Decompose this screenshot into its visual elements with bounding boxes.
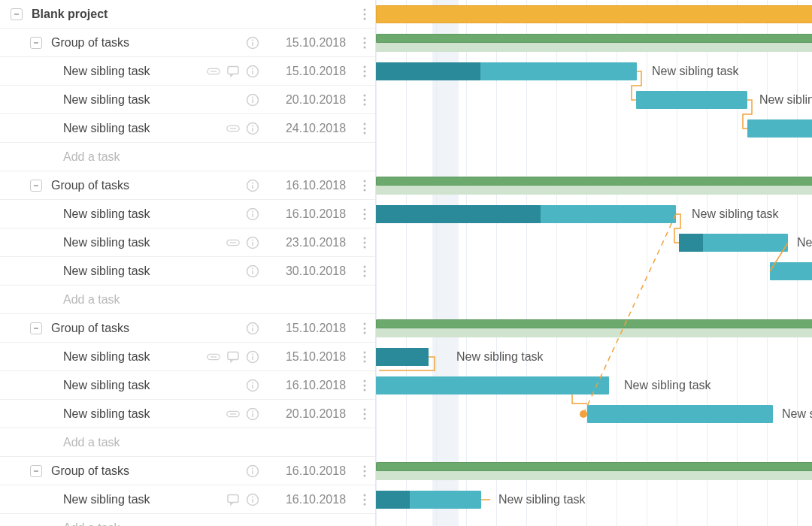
svg-point-1 bbox=[364, 8, 366, 11]
info-icon[interactable] bbox=[246, 379, 259, 392]
comment-icon[interactable] bbox=[226, 350, 240, 364]
task-name[interactable]: New sibling task bbox=[63, 207, 246, 221]
info-icon[interactable] bbox=[246, 464, 259, 478]
info-icon[interactable] bbox=[246, 236, 259, 249]
gantt-task-label: New sibling task bbox=[782, 407, 812, 421]
gantt-task-bar[interactable] bbox=[679, 234, 788, 252]
task-date: 20.10.2018 bbox=[274, 407, 357, 421]
task-name[interactable]: New sibling task bbox=[63, 379, 246, 392]
attachment-icon[interactable] bbox=[207, 65, 220, 78]
svg-point-82 bbox=[364, 388, 366, 391]
gantt-task-bar[interactable] bbox=[747, 119, 812, 138]
svg-point-19 bbox=[364, 74, 366, 77]
svg-point-25 bbox=[364, 103, 366, 105]
project-name[interactable]: Blank project bbox=[32, 8, 259, 21]
add-task-placeholder[interactable]: Add a task bbox=[63, 150, 259, 164]
attachment-icon[interactable] bbox=[207, 350, 220, 364]
collapse-toggle[interactable] bbox=[30, 180, 42, 192]
task-name[interactable]: New sibling task bbox=[63, 93, 246, 107]
task-date: 20.10.2018 bbox=[274, 93, 357, 107]
info-icon[interactable] bbox=[246, 350, 259, 364]
collapse-toggle[interactable] bbox=[11, 8, 23, 20]
gantt-task-bar[interactable] bbox=[770, 262, 812, 280]
gantt-task-label: New sibling task bbox=[797, 236, 812, 249]
task-name[interactable]: New sibling task bbox=[63, 265, 246, 278]
row-menu[interactable] bbox=[357, 237, 372, 249]
svg-point-29 bbox=[252, 125, 253, 126]
group-name[interactable]: Group of tasks bbox=[51, 464, 246, 478]
group-name[interactable]: Group of tasks bbox=[51, 322, 246, 335]
info-icon[interactable] bbox=[246, 207, 259, 221]
task-name[interactable]: New sibling task bbox=[63, 65, 207, 78]
svg-point-36 bbox=[252, 182, 253, 183]
info-icon[interactable] bbox=[246, 93, 259, 107]
task-name[interactable]: New sibling task bbox=[63, 236, 226, 249]
gantt-task-bar[interactable] bbox=[376, 491, 481, 509]
gantt-task-bar[interactable] bbox=[376, 348, 429, 366]
row-menu[interactable] bbox=[357, 265, 372, 277]
comment-icon[interactable] bbox=[226, 65, 240, 78]
row-menu[interactable] bbox=[357, 180, 372, 192]
row-menu[interactable] bbox=[357, 208, 372, 220]
add-task-placeholder[interactable]: Add a task bbox=[63, 436, 259, 449]
gantt-task-bar[interactable] bbox=[376, 376, 609, 394]
info-icon[interactable] bbox=[246, 36, 259, 50]
task-date: 24.10.2018 bbox=[274, 122, 357, 135]
group-name[interactable]: Group of tasks bbox=[51, 179, 246, 192]
info-icon[interactable] bbox=[246, 493, 259, 506]
info-icon[interactable] bbox=[246, 122, 259, 135]
gantt-task-bar[interactable] bbox=[376, 62, 637, 80]
gantt-task-bar[interactable] bbox=[587, 405, 773, 423]
info-icon[interactable] bbox=[246, 179, 259, 192]
gantt-task-bar[interactable] bbox=[376, 205, 676, 223]
svg-point-9 bbox=[364, 41, 366, 44]
group-name[interactable]: Group of tasks bbox=[51, 36, 246, 50]
task-date: 15.10.2018 bbox=[274, 350, 357, 364]
row-menu[interactable] bbox=[357, 8, 372, 20]
task-name[interactable]: New sibling task bbox=[63, 493, 226, 506]
collapse-toggle[interactable] bbox=[30, 37, 42, 49]
svg-point-81 bbox=[364, 384, 366, 386]
task-name[interactable]: New sibling task bbox=[63, 122, 226, 135]
row-menu[interactable] bbox=[357, 408, 372, 420]
add-task-placeholder[interactable]: Add a task bbox=[63, 293, 259, 307]
row-menu[interactable] bbox=[357, 37, 372, 49]
collapse-toggle[interactable] bbox=[30, 465, 42, 477]
info-icon[interactable] bbox=[246, 407, 259, 421]
task-name[interactable]: New sibling task bbox=[63, 350, 207, 364]
svg-point-100 bbox=[252, 496, 253, 497]
row-menu[interactable] bbox=[357, 94, 372, 106]
svg-rect-70 bbox=[228, 352, 238, 359]
task-date: 15.10.2018 bbox=[274, 322, 357, 335]
row-menu[interactable] bbox=[357, 379, 372, 391]
row-menu[interactable] bbox=[357, 465, 372, 477]
attachment-icon[interactable] bbox=[226, 236, 240, 249]
info-icon[interactable] bbox=[246, 265, 259, 278]
svg-point-42 bbox=[252, 210, 253, 212]
task-date: 16.10.2018 bbox=[274, 464, 357, 478]
row-menu[interactable] bbox=[357, 65, 372, 77]
task-name[interactable]: New sibling task bbox=[63, 407, 226, 421]
svg-point-24 bbox=[364, 98, 366, 101]
gantt-task-bar[interactable] bbox=[636, 91, 747, 109]
row-menu[interactable] bbox=[357, 122, 372, 135]
row-menu[interactable] bbox=[357, 351, 372, 363]
add-task-placeholder[interactable]: Add a task bbox=[63, 521, 259, 527]
svg-point-93 bbox=[252, 467, 253, 469]
row-menu[interactable] bbox=[357, 494, 372, 506]
svg-point-76 bbox=[364, 360, 366, 362]
svg-point-2 bbox=[364, 13, 366, 15]
svg-rect-13 bbox=[228, 66, 238, 74]
row-menu[interactable] bbox=[357, 322, 372, 334]
attachment-icon[interactable] bbox=[226, 122, 240, 135]
comment-icon[interactable] bbox=[226, 493, 240, 506]
svg-point-97 bbox=[364, 474, 366, 476]
info-icon[interactable] bbox=[246, 65, 259, 78]
collapse-toggle[interactable] bbox=[30, 322, 42, 334]
info-icon[interactable] bbox=[246, 322, 259, 335]
svg-point-17 bbox=[364, 65, 366, 68]
svg-point-60 bbox=[364, 274, 366, 277]
attachment-icon[interactable] bbox=[226, 407, 240, 421]
task-date: 15.10.2018 bbox=[274, 36, 357, 50]
svg-point-90 bbox=[364, 417, 366, 419]
